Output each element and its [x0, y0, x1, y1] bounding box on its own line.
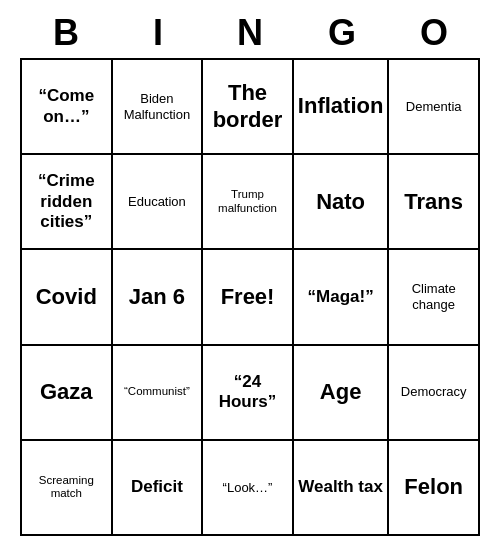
bingo-cell[interactable]: Dementia — [389, 60, 480, 155]
cell-text: “Look…” — [223, 480, 273, 496]
cell-text: Nato — [316, 189, 365, 215]
cell-text: Education — [128, 194, 186, 210]
cell-text: Jan 6 — [129, 284, 185, 310]
bingo-cell[interactable]: “Crime ridden cities” — [22, 155, 113, 250]
bingo-grid: “Come on…”Biden MalfunctionThe borderInf… — [20, 58, 480, 536]
bingo-cell[interactable]: Deficit — [113, 441, 204, 536]
bingo-cell[interactable]: Inflation — [294, 60, 390, 155]
bingo-header: BINGO — [20, 8, 480, 58]
bingo-cell[interactable]: Age — [294, 346, 390, 441]
bingo-cell[interactable]: Covid — [22, 250, 113, 345]
cell-text: Deficit — [131, 477, 183, 497]
header-letter: N — [204, 8, 296, 58]
bingo-cell[interactable]: “Come on…” — [22, 60, 113, 155]
bingo-cell[interactable]: Trump malfunction — [203, 155, 294, 250]
bingo-cell[interactable]: Trans — [389, 155, 480, 250]
cell-text: Trans — [404, 189, 463, 215]
bingo-cell[interactable]: Climate change — [389, 250, 480, 345]
cell-text: Free! — [221, 284, 275, 310]
bingo-cell[interactable]: “Communist” — [113, 346, 204, 441]
bingo-cell[interactable]: Screaming match — [22, 441, 113, 536]
cell-text: Democracy — [401, 384, 467, 400]
cell-text: “24 Hours” — [207, 372, 288, 413]
cell-text: Screaming match — [26, 474, 107, 502]
cell-text: Trump malfunction — [207, 188, 288, 216]
bingo-cell[interactable]: Gaza — [22, 346, 113, 441]
cell-text: Covid — [36, 284, 97, 310]
bingo-cell[interactable]: “Look…” — [203, 441, 294, 536]
cell-text: Gaza — [40, 379, 93, 405]
cell-text: Biden Malfunction — [117, 91, 198, 122]
bingo-cell[interactable]: Free! — [203, 250, 294, 345]
bingo-cell[interactable]: Nato — [294, 155, 390, 250]
cell-text: Inflation — [298, 93, 384, 119]
bingo-cell[interactable]: “24 Hours” — [203, 346, 294, 441]
bingo-cell[interactable]: Wealth tax — [294, 441, 390, 536]
header-letter: I — [112, 8, 204, 58]
bingo-cell[interactable]: “Maga!” — [294, 250, 390, 345]
header-letter: G — [296, 8, 388, 58]
cell-text: Age — [320, 379, 362, 405]
bingo-cell[interactable]: Felon — [389, 441, 480, 536]
header-letter: B — [20, 8, 112, 58]
cell-text: Wealth tax — [298, 477, 383, 497]
cell-text: Felon — [404, 474, 463, 500]
bingo-cell[interactable]: Jan 6 — [113, 250, 204, 345]
cell-text: Climate change — [393, 281, 474, 312]
cell-text: “Maga!” — [308, 287, 374, 307]
cell-text: “Communist” — [124, 385, 190, 399]
cell-text: “Crime ridden cities” — [26, 171, 107, 232]
bingo-cell[interactable]: The border — [203, 60, 294, 155]
bingo-cell[interactable]: Education — [113, 155, 204, 250]
header-letter: O — [388, 8, 480, 58]
cell-text: Dementia — [406, 99, 462, 115]
bingo-cell[interactable]: Biden Malfunction — [113, 60, 204, 155]
cell-text: The border — [207, 80, 288, 133]
bingo-cell[interactable]: Democracy — [389, 346, 480, 441]
cell-text: “Come on…” — [26, 86, 107, 127]
